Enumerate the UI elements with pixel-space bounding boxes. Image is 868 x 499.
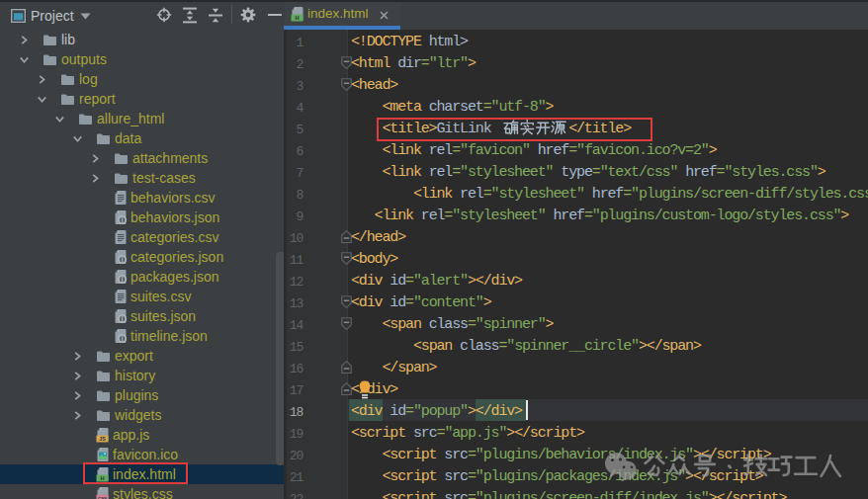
svg-text:H: H — [295, 15, 299, 21]
